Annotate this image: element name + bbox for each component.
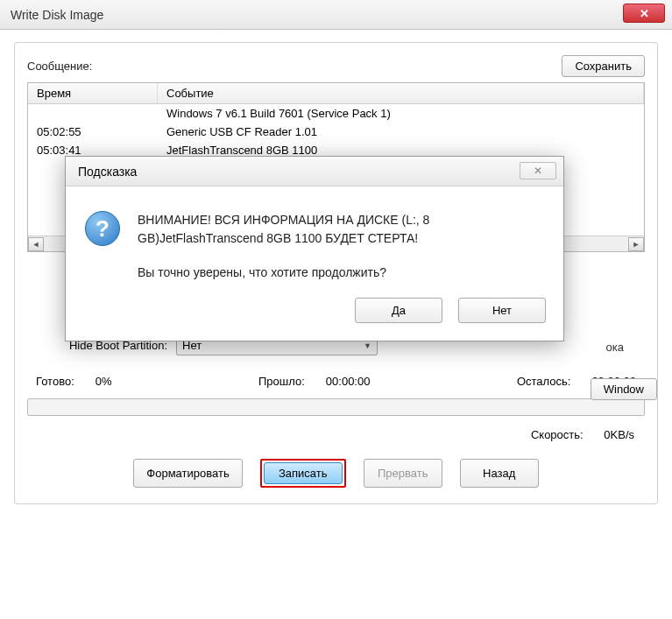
yes-button[interactable]: Да: [355, 298, 442, 323]
format-button[interactable]: Форматировать: [133, 459, 242, 488]
window-titlebar: Write Disk Image ✕: [0, 0, 672, 30]
ready-value: 0%: [95, 375, 112, 388]
message-label: Сообщение:: [27, 60, 92, 73]
speed-value: 0KB/s: [604, 428, 634, 441]
ready-label: Готово:: [36, 375, 74, 388]
window-close-button[interactable]: ✕: [623, 4, 665, 23]
back-button[interactable]: Назад: [460, 459, 539, 488]
dialog-close-button[interactable]: ✕: [520, 162, 556, 179]
status-row: Готово: 0% Прошло: 00:00:00 Осталось: 00…: [27, 375, 645, 388]
log-header: Время Событие: [28, 83, 644, 104]
log-row: 05:02:55 Generic USB CF Reader 1.01: [28, 123, 644, 141]
col-header-event[interactable]: Событие: [158, 83, 644, 103]
log-cell-time: [28, 104, 158, 123]
progress-bar: [27, 398, 645, 416]
elapsed-value: 00:00:00: [326, 375, 371, 388]
partial-text: ока: [606, 341, 624, 354]
log-cell-time: 05:02:55: [28, 123, 158, 141]
elapsed-label: Прошло:: [258, 375, 305, 388]
log-cell-event: Generic USB CF Reader 1.01: [158, 123, 644, 141]
log-cell-event: Windows 7 v6.1 Build 7601 (Service Pack …: [158, 104, 644, 123]
dialog-title: Подсказка: [78, 165, 137, 179]
question-icon: ?: [85, 211, 120, 246]
write-button[interactable]: Записать: [264, 462, 343, 484]
dialog-warning-text: ВНИМАНИЕ! ВСЯ ИНФОРМАЦИЯ НА ДИСКЕ (L:, 8…: [138, 211, 544, 248]
col-header-time[interactable]: Время: [28, 83, 158, 103]
speed-row: Скорость: 0KB/s: [27, 428, 645, 441]
no-button[interactable]: Нет: [458, 298, 546, 323]
log-row: Windows 7 v6.1 Build 7601 (Service Pack …: [28, 104, 644, 123]
remain-label: Осталось:: [517, 375, 571, 388]
windows-partial-button[interactable]: Window: [591, 378, 657, 400]
close-icon: ✕: [534, 165, 542, 177]
chevron-down-icon: ▼: [364, 341, 371, 350]
dialog-message: ВНИМАНИЕ! ВСЯ ИНФОРМАЦИЯ НА ДИСКЕ (L:, 8…: [138, 211, 544, 282]
dialog-confirm-text: Вы точно уверены, что хотите продолжить?: [138, 264, 544, 282]
confirm-dialog: Подсказка ✕ ? ВНИМАНИЕ! ВСЯ ИНФОРМАЦИЯ Н…: [65, 156, 564, 341]
scroll-left-icon[interactable]: ◄: [28, 237, 44, 251]
close-icon: ✕: [640, 7, 649, 20]
scroll-right-icon[interactable]: ►: [628, 237, 644, 251]
abort-button: Прервать: [364, 459, 442, 488]
save-button[interactable]: Сохранить: [562, 55, 645, 77]
speed-label: Скорость:: [531, 428, 584, 441]
dialog-titlebar: Подсказка ✕: [66, 157, 563, 186]
write-button-highlight: Записать: [260, 459, 346, 488]
window-title: Write Disk Image: [11, 8, 103, 22]
